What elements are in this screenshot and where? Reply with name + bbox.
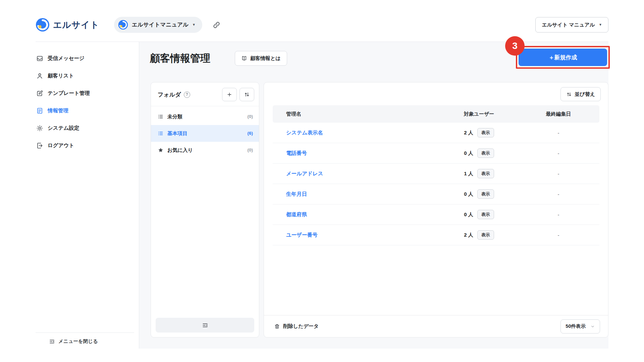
page-size-select[interactable]: 50件表示 [560,319,600,334]
folder-item-label: 未分類 [167,113,182,121]
page: エルサイト エルサイトマニュアル ▼ エルサイト マニュアル ▼ 受信メッセージ… [0,0,644,362]
table-toolbar: 並び替え [264,82,608,105]
sort-items-button[interactable]: 並び替え [560,87,601,101]
folder-item-count: (0) [248,113,253,121]
show-button[interactable]: 表示 [477,189,494,199]
sidebar-item-3[interactable]: 情報管理 [36,102,136,119]
account-selector[interactable]: エルサイトマニュアル ▼ [114,17,202,33]
cell-name: 電話番号 [273,150,440,157]
show-button[interactable]: 表示 [477,148,494,158]
account-name: エルサイトマニュアル [132,21,189,28]
items-panel: 並び替え 管理名 対象ユーザー 最終編集日 システム表示名2 人表示-電話番号0… [264,82,608,338]
user-count: 0 人 [464,212,473,218]
folder-item-1[interactable]: 基本項目(6) [151,125,259,142]
user-count: 0 人 [464,150,473,157]
plus-icon [226,92,232,98]
row-name-link[interactable]: ユーザー番号 [286,232,318,238]
table-header: 管理名 対象ユーザー 最終編集日 [273,105,599,123]
table-row-2: メールアドレス1 人表示- [273,164,599,184]
sidebar-item-label: 情報管理 [48,106,68,115]
table-row-4: 都道府県0 人表示- [273,204,599,225]
table-row-1: 電話番号0 人表示- [273,143,599,164]
sidebar-item-4[interactable]: システム設定 [36,119,136,137]
annotation-step-badge: 3 [505,36,525,56]
person-icon [36,72,43,79]
logout-icon [36,142,43,149]
cell-last-edited: - [518,232,599,238]
page-size-label: 50件表示 [566,323,586,329]
link-icon[interactable] [212,21,221,29]
deleted-data-button[interactable]: 削除したデータ [272,323,321,330]
sidebar-divider [139,42,139,349]
cell-name: システム表示名 [273,129,440,136]
sidebar-item-5[interactable]: ログアウト [36,137,136,154]
close-menu-button[interactable]: メニューを閉じる [36,338,134,345]
caret-down-icon: ▼ [192,23,196,26]
table-footer: 削除したデータ 50件表示 [264,315,608,337]
row-name-link[interactable]: メールアドレス [286,171,323,176]
cell-last-edited: - [518,212,599,218]
show-button[interactable]: 表示 [477,230,494,240]
cell-users: 2 人表示 [440,128,518,137]
table-row-5: ユーザー番号2 人表示- [273,225,599,245]
create-new-button[interactable]: ＋新規作成 [519,49,607,66]
table-row-0: システム表示名2 人表示- [273,123,599,143]
folder-item-2[interactable]: お気に入り(0) [151,142,259,159]
table-row-3: 生年月日0 人表示- [273,184,599,204]
user-count: 1 人 [464,171,473,177]
cell-name: 都道府県 [273,211,440,218]
sidebar-item-label: システム設定 [48,124,79,132]
row-name-link[interactable]: システム表示名 [286,130,323,135]
caret-down-icon: ▼ [599,23,602,26]
collapse-folder-panel-button[interactable] [156,318,254,333]
topbar: エルサイト エルサイトマニュアル ▼ エルサイト マニュアル ▼ [36,15,608,34]
cell-users: 2 人表示 [440,230,518,240]
sort-icon [244,92,250,98]
inbox-icon [36,55,43,62]
show-button[interactable]: 表示 [477,210,494,219]
row-name-link[interactable]: 生年月日 [286,191,307,197]
cell-users: 0 人表示 [440,189,518,199]
logo-text: エルサイト [53,19,99,31]
folder-item-count: (0) [248,146,253,154]
sidebar-item-2[interactable]: テンプレート管理 [36,84,136,102]
cell-last-edited: - [518,171,599,177]
document-icon [36,107,43,114]
show-button[interactable]: 表示 [477,169,494,178]
folder-panel-footer [151,314,259,337]
folder-item-count: (6) [248,129,253,137]
manual-menu-button[interactable]: エルサイト マニュアル ▼ [535,17,608,33]
user-count: 2 人 [464,232,473,238]
cell-name: メールアドレス [273,170,440,177]
sort-folders-button[interactable] [239,88,254,101]
customer-info-help-button[interactable]: 顧客情報とは [235,51,287,66]
cell-users: 0 人表示 [440,148,518,158]
cell-users: 1 人表示 [440,169,518,178]
sort-items-label: 並び替え [575,91,595,98]
close-menu-label: メニューを閉じる [58,338,98,345]
row-name-link[interactable]: 都道府県 [286,212,307,217]
help-icon[interactable]: ? [184,92,190,98]
folder-item-0[interactable]: 未分類(0) [151,108,259,125]
collapse-menu-icon [49,339,55,345]
collapse-icon [202,322,208,328]
add-folder-button[interactable] [222,88,237,101]
folder-panel-header: フォルダ ? [151,82,259,106]
column-header-date: 最終編集日 [518,111,599,117]
cell-last-edited: - [518,130,599,136]
row-name-link[interactable]: 電話番号 [286,150,307,156]
book-icon [241,55,247,61]
create-button-area: 3 ＋新規作成 [516,46,610,69]
page-title: 顧客情報管理 [150,52,210,65]
list-icon [158,114,164,120]
spacer [264,245,608,315]
annotation-highlight: ＋新規作成 [516,46,610,69]
sidebar-item-0[interactable]: 受信メッセージ [36,50,136,67]
sidebar-menu: 受信メッセージ顧客リストテンプレート管理情報管理システム設定ログアウト [36,50,136,154]
user-count: 0 人 [464,191,473,197]
sidebar-item-1[interactable]: 顧客リスト [36,67,136,84]
column-header-name: 管理名 [273,111,440,117]
show-button[interactable]: 表示 [477,128,494,137]
table-body: システム表示名2 人表示-電話番号0 人表示-メールアドレス1 人表示-生年月日… [264,123,608,245]
chevron-down-icon [590,324,595,329]
